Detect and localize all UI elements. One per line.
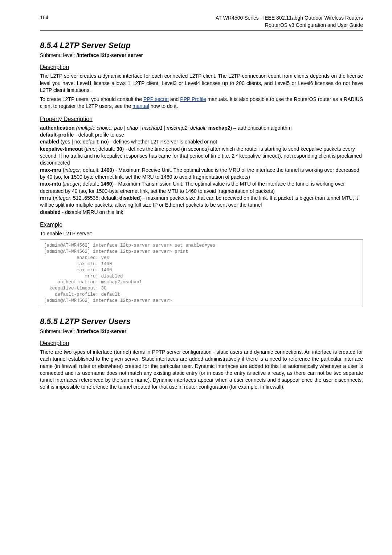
desc-854-p2b: and [169,96,180,102]
page-number: 164 [40,15,48,20]
description-heading-854: Description [40,64,363,70]
header-line-1: AT-WR4500 Series - IEEE 802.11abgh Outdo… [216,15,363,21]
submenu-855-prefix: Submenu level: [40,328,76,334]
prop-maxmtu: max-mtu (integer; default: 1460) - Maxim… [40,181,363,195]
desc-855-p1: There are two types of interface (tunnel… [40,349,363,391]
prop-defprof-label: default-profile [40,132,74,138]
prop-mrru-default: disabled [119,195,140,201]
prop-enabled: enabled (yes | no; default: no) - define… [40,138,363,145]
property-heading-854: Property Description [40,116,363,122]
prop-auth-desc: (multiple choice: pap | chap | mschap1 |… [75,125,208,131]
link-manual[interactable]: manual [132,103,149,109]
prop-mrru: mrru (integer: 512..65535; default: disa… [40,195,363,209]
prop-maxmtu-label: max-mtu [40,181,61,187]
submenu-855-value: /interface l2tp-server [76,328,126,334]
prop-keepalive-label: keepalive-timeout [40,146,83,152]
prop-disabled-desc: - disable MRRU on this link [61,209,123,215]
code-block-854: [admin@AT-WR4562] interface l2tp-server … [40,239,363,307]
prop-auth-tail: ) – authentication algorithm [230,125,291,131]
section-855-title: 8.5.5 L2TP Server Users [40,317,363,326]
link-ppp-secret[interactable]: PPP secret [143,96,169,102]
prop-auth-label: authentication [40,125,75,131]
prop-disabled: disabled - disable MRRU on this link [40,209,363,216]
prop-mrru-desc-a: (integer: 512..65535; default: [52,195,119,201]
prop-maxmru-desc-a: (integer; default: [61,167,101,173]
link-ppp-profile[interactable]: PPP Profile [180,96,206,102]
prop-disabled-label: disabled [40,209,61,215]
prop-keepalive-default: 30 [117,146,122,152]
example-intro-854: To enable L2TP server: [40,230,363,237]
prop-maxmru-label: max-mru [40,167,61,173]
prop-mrru-label: mrru [40,195,52,201]
prop-enabled-default: no [101,139,107,145]
desc-854-p2: To create L2TP users, you should consult… [40,96,363,110]
desc-854-p2a: To create L2TP users, you should consult… [40,96,143,102]
prop-defprof-desc: - default profile to use [74,132,124,138]
prop-authentication: authentication (multiple choice: pap | c… [40,125,363,131]
section-854-title: 8.5.4 L2TP Server Setup [40,41,363,50]
example-heading-854: Example [40,222,363,228]
prop-maxmtu-default: 1460 [101,181,112,187]
prop-enabled-desc-b: ) - defines whether L2TP server is enabl… [107,139,217,145]
submenu-854: Submenu level: /interface l2tp-server se… [40,52,363,58]
prop-maxmru-default: 1460 [101,167,112,173]
header-rule [40,30,363,31]
header-line-2: RouterOS v3 Configuration and User Guide [265,22,363,28]
prop-default-profile: default-profile - default profile to use [40,131,363,138]
header-right: AT-WR4500 Series - IEEE 802.11abgh Outdo… [216,15,363,29]
desc-854-p2d: how to do it. [149,103,178,109]
submenu-854-prefix: Submenu level: [40,52,76,58]
prop-maxmru: max-mru (integer; default: 1460) - Maxim… [40,167,363,181]
prop-auth-default: mschap2 [208,125,230,131]
desc-854-p1: The L2TP server creates a dynamic interf… [40,73,363,94]
prop-enabled-label: enabled [40,139,59,145]
prop-maxmtu-desc-a: (integer; default: [61,181,101,187]
submenu-854-value: /interface l2tp-server server [76,52,143,58]
prop-keepalive: keepalive-timeout (time; default: 30) - … [40,146,363,167]
prop-enabled-desc-a: (yes | no; default: [59,139,101,145]
description-heading-855: Description [40,340,363,347]
prop-keepalive-desc-a: (time; default: [83,146,117,152]
submenu-855: Submenu level: /interface l2tp-server [40,328,363,334]
